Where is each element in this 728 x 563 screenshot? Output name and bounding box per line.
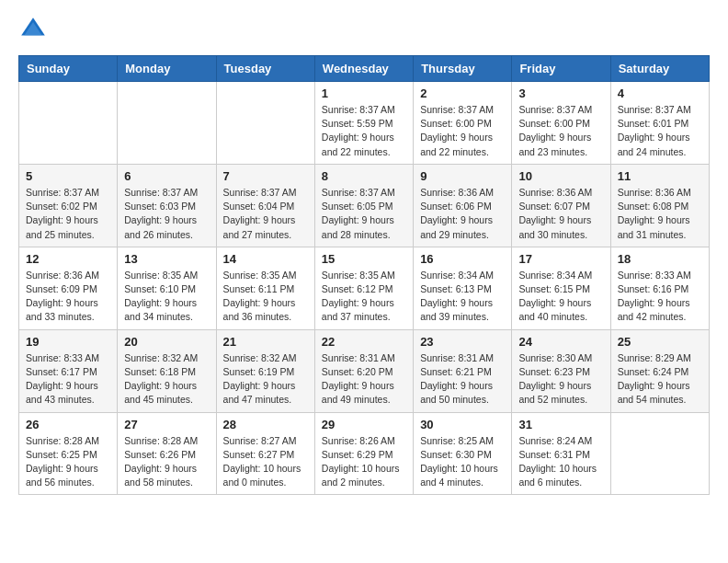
day-info: Sunrise: 8:32 AMSunset: 6:19 PMDaylight:… bbox=[223, 351, 308, 408]
day-number: 23 bbox=[420, 335, 505, 349]
day-info: Sunrise: 8:28 AMSunset: 6:25 PMDaylight:… bbox=[26, 434, 110, 490]
day-info: Sunrise: 8:37 AMSunset: 5:59 PMDaylight:… bbox=[322, 103, 406, 159]
day-info: Sunrise: 8:32 AMSunset: 6:18 PMDaylight:… bbox=[124, 351, 209, 408]
logo bbox=[18, 15, 51, 44]
day-info: Sunrise: 8:35 AMSunset: 6:10 PMDaylight:… bbox=[124, 269, 209, 325]
day-number: 5 bbox=[26, 169, 110, 183]
day-info: Sunrise: 8:37 AMSunset: 6:03 PMDaylight:… bbox=[124, 186, 209, 242]
week-row-4: 19Sunrise: 8:33 AMSunset: 6:17 PMDayligh… bbox=[19, 329, 710, 412]
weekday-header-monday: Monday bbox=[118, 56, 216, 82]
day-info: Sunrise: 8:31 AMSunset: 6:21 PMDaylight:… bbox=[420, 351, 505, 408]
day-number: 28 bbox=[223, 418, 308, 431]
day-number: 26 bbox=[26, 418, 110, 431]
day-info: Sunrise: 8:36 AMSunset: 6:07 PMDaylight:… bbox=[518, 186, 603, 242]
day-number: 10 bbox=[518, 169, 603, 183]
calendar-cell: 9Sunrise: 8:36 AMSunset: 6:06 PMDaylight… bbox=[414, 164, 512, 247]
day-info: Sunrise: 8:27 AMSunset: 6:27 PMDaylight:… bbox=[223, 434, 308, 490]
day-info: Sunrise: 8:34 AMSunset: 6:15 PMDaylight:… bbox=[518, 269, 603, 325]
day-info: Sunrise: 8:33 AMSunset: 6:17 PMDaylight:… bbox=[26, 351, 110, 408]
week-row-5: 26Sunrise: 8:28 AMSunset: 6:25 PMDayligh… bbox=[19, 412, 710, 495]
week-row-3: 12Sunrise: 8:36 AMSunset: 6:09 PMDayligh… bbox=[19, 247, 710, 329]
day-number: 15 bbox=[322, 252, 406, 266]
calendar-cell: 30Sunrise: 8:25 AMSunset: 6:30 PMDayligh… bbox=[414, 412, 512, 495]
day-number: 22 bbox=[322, 335, 406, 349]
calendar-cell: 27Sunrise: 8:28 AMSunset: 6:26 PMDayligh… bbox=[118, 412, 216, 495]
day-info: Sunrise: 8:36 AMSunset: 6:06 PMDaylight:… bbox=[420, 186, 505, 242]
day-number: 17 bbox=[518, 252, 603, 266]
calendar-cell: 2Sunrise: 8:37 AMSunset: 6:00 PMDaylight… bbox=[414, 82, 512, 165]
day-number: 11 bbox=[618, 169, 702, 183]
day-number: 7 bbox=[223, 169, 308, 183]
day-number: 3 bbox=[518, 86, 603, 100]
calendar-cell: 22Sunrise: 8:31 AMSunset: 6:20 PMDayligh… bbox=[314, 329, 413, 412]
calendar-cell bbox=[610, 412, 709, 495]
calendar-cell: 17Sunrise: 8:34 AMSunset: 6:15 PMDayligh… bbox=[512, 247, 610, 329]
day-info: Sunrise: 8:30 AMSunset: 6:23 PMDaylight:… bbox=[518, 351, 603, 408]
day-info: Sunrise: 8:37 AMSunset: 6:04 PMDaylight:… bbox=[223, 186, 308, 242]
day-number: 31 bbox=[518, 418, 603, 431]
day-number: 13 bbox=[124, 252, 209, 266]
calendar-cell: 26Sunrise: 8:28 AMSunset: 6:25 PMDayligh… bbox=[19, 412, 118, 495]
day-info: Sunrise: 8:26 AMSunset: 6:29 PMDaylight:… bbox=[322, 434, 406, 490]
day-info: Sunrise: 8:37 AMSunset: 6:01 PMDaylight:… bbox=[618, 103, 702, 159]
day-number: 18 bbox=[618, 252, 702, 266]
page: SundayMondayTuesdayWednesdayThursdayFrid… bbox=[0, 0, 728, 513]
calendar-cell: 31Sunrise: 8:24 AMSunset: 6:31 PMDayligh… bbox=[512, 412, 610, 495]
day-number: 27 bbox=[124, 418, 209, 431]
day-info: Sunrise: 8:36 AMSunset: 6:08 PMDaylight:… bbox=[618, 186, 702, 242]
day-number: 4 bbox=[618, 86, 702, 100]
day-number: 19 bbox=[26, 335, 110, 349]
weekday-header-thursday: Thursday bbox=[414, 56, 512, 82]
week-row-1: 1Sunrise: 8:37 AMSunset: 5:59 PMDaylight… bbox=[19, 82, 710, 165]
day-info: Sunrise: 8:34 AMSunset: 6:13 PMDaylight:… bbox=[420, 269, 505, 325]
header bbox=[18, 15, 710, 44]
day-info: Sunrise: 8:37 AMSunset: 6:05 PMDaylight:… bbox=[322, 186, 406, 242]
calendar-cell: 7Sunrise: 8:37 AMSunset: 6:04 PMDaylight… bbox=[216, 164, 314, 247]
week-row-2: 5Sunrise: 8:37 AMSunset: 6:02 PMDaylight… bbox=[19, 164, 710, 247]
calendar-cell: 3Sunrise: 8:37 AMSunset: 6:00 PMDaylight… bbox=[512, 82, 610, 165]
calendar-cell: 8Sunrise: 8:37 AMSunset: 6:05 PMDaylight… bbox=[314, 164, 413, 247]
day-info: Sunrise: 8:29 AMSunset: 6:24 PMDaylight:… bbox=[618, 351, 702, 408]
day-number: 24 bbox=[518, 335, 603, 349]
calendar-cell: 15Sunrise: 8:35 AMSunset: 6:12 PMDayligh… bbox=[314, 247, 413, 329]
day-info: Sunrise: 8:28 AMSunset: 6:26 PMDaylight:… bbox=[124, 434, 209, 490]
day-number: 8 bbox=[322, 169, 406, 183]
calendar-cell: 29Sunrise: 8:26 AMSunset: 6:29 PMDayligh… bbox=[314, 412, 413, 495]
logo-icon bbox=[18, 15, 48, 44]
calendar-cell: 16Sunrise: 8:34 AMSunset: 6:13 PMDayligh… bbox=[414, 247, 512, 329]
calendar-cell: 10Sunrise: 8:36 AMSunset: 6:07 PMDayligh… bbox=[512, 164, 610, 247]
calendar-cell: 5Sunrise: 8:37 AMSunset: 6:02 PMDaylight… bbox=[19, 164, 118, 247]
calendar-cell: 4Sunrise: 8:37 AMSunset: 6:01 PMDaylight… bbox=[610, 82, 709, 165]
day-info: Sunrise: 8:31 AMSunset: 6:20 PMDaylight:… bbox=[322, 351, 406, 408]
calendar-cell: 1Sunrise: 8:37 AMSunset: 5:59 PMDaylight… bbox=[314, 82, 413, 165]
day-info: Sunrise: 8:37 AMSunset: 6:00 PMDaylight:… bbox=[420, 103, 505, 159]
calendar-cell: 23Sunrise: 8:31 AMSunset: 6:21 PMDayligh… bbox=[414, 329, 512, 412]
weekday-header-sunday: Sunday bbox=[19, 56, 118, 82]
day-number: 25 bbox=[618, 335, 702, 349]
day-number: 16 bbox=[420, 252, 505, 266]
day-number: 1 bbox=[322, 86, 406, 100]
day-info: Sunrise: 8:37 AMSunset: 6:02 PMDaylight:… bbox=[26, 186, 110, 242]
calendar-cell bbox=[216, 82, 314, 165]
day-info: Sunrise: 8:33 AMSunset: 6:16 PMDaylight:… bbox=[618, 269, 702, 325]
weekday-header-wednesday: Wednesday bbox=[314, 56, 413, 82]
calendar-cell: 11Sunrise: 8:36 AMSunset: 6:08 PMDayligh… bbox=[610, 164, 709, 247]
day-info: Sunrise: 8:36 AMSunset: 6:09 PMDaylight:… bbox=[26, 269, 110, 325]
day-number: 14 bbox=[223, 252, 308, 266]
day-info: Sunrise: 8:37 AMSunset: 6:00 PMDaylight:… bbox=[518, 103, 603, 159]
day-number: 2 bbox=[420, 86, 505, 100]
calendar-cell: 18Sunrise: 8:33 AMSunset: 6:16 PMDayligh… bbox=[610, 247, 709, 329]
calendar-cell: 28Sunrise: 8:27 AMSunset: 6:27 PMDayligh… bbox=[216, 412, 314, 495]
calendar-cell: 14Sunrise: 8:35 AMSunset: 6:11 PMDayligh… bbox=[216, 247, 314, 329]
calendar-cell: 19Sunrise: 8:33 AMSunset: 6:17 PMDayligh… bbox=[19, 329, 118, 412]
day-number: 21 bbox=[223, 335, 308, 349]
day-number: 20 bbox=[124, 335, 209, 349]
day-number: 9 bbox=[420, 169, 505, 183]
calendar-cell: 13Sunrise: 8:35 AMSunset: 6:10 PMDayligh… bbox=[118, 247, 216, 329]
day-info: Sunrise: 8:35 AMSunset: 6:11 PMDaylight:… bbox=[223, 269, 308, 325]
calendar-cell: 24Sunrise: 8:30 AMSunset: 6:23 PMDayligh… bbox=[512, 329, 610, 412]
weekday-header-tuesday: Tuesday bbox=[216, 56, 314, 82]
calendar-cell bbox=[19, 82, 118, 165]
day-number: 30 bbox=[420, 418, 505, 431]
calendar-cell: 25Sunrise: 8:29 AMSunset: 6:24 PMDayligh… bbox=[610, 329, 709, 412]
